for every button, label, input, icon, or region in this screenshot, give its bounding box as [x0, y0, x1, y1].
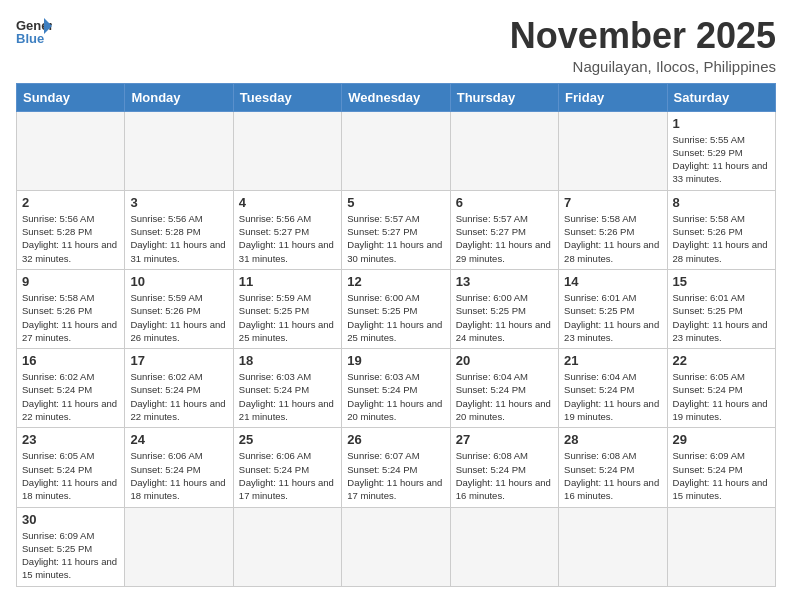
calendar-cell: 5Sunrise: 5:57 AMSunset: 5:27 PMDaylight…	[342, 190, 450, 269]
day-number: 29	[673, 432, 770, 447]
calendar-cell: 1Sunrise: 5:55 AMSunset: 5:29 PMDaylight…	[667, 111, 775, 190]
svg-text:Blue: Blue	[16, 31, 44, 46]
day-info: Sunrise: 6:04 AMSunset: 5:24 PMDaylight:…	[564, 370, 661, 423]
day-number: 16	[22, 353, 119, 368]
calendar-cell	[450, 507, 558, 586]
calendar: SundayMondayTuesdayWednesdayThursdayFrid…	[16, 83, 776, 587]
day-info: Sunrise: 5:58 AMSunset: 5:26 PMDaylight:…	[564, 212, 661, 265]
week-row-3: 16Sunrise: 6:02 AMSunset: 5:24 PMDayligh…	[17, 349, 776, 428]
day-number: 6	[456, 195, 553, 210]
title-section: November 2025 Naguilayan, Ilocos, Philip…	[510, 16, 776, 75]
day-info: Sunrise: 5:56 AMSunset: 5:28 PMDaylight:…	[130, 212, 227, 265]
day-number: 7	[564, 195, 661, 210]
weekday-header-thursday: Thursday	[450, 83, 558, 111]
day-number: 20	[456, 353, 553, 368]
weekday-header-row: SundayMondayTuesdayWednesdayThursdayFrid…	[17, 83, 776, 111]
day-number: 1	[673, 116, 770, 131]
calendar-cell: 11Sunrise: 5:59 AMSunset: 5:25 PMDayligh…	[233, 269, 341, 348]
calendar-cell: 13Sunrise: 6:00 AMSunset: 5:25 PMDayligh…	[450, 269, 558, 348]
day-number: 17	[130, 353, 227, 368]
day-info: Sunrise: 6:08 AMSunset: 5:24 PMDaylight:…	[564, 449, 661, 502]
calendar-cell: 2Sunrise: 5:56 AMSunset: 5:28 PMDaylight…	[17, 190, 125, 269]
day-number: 24	[130, 432, 227, 447]
calendar-cell	[559, 111, 667, 190]
weekday-header-wednesday: Wednesday	[342, 83, 450, 111]
week-row-2: 9Sunrise: 5:58 AMSunset: 5:26 PMDaylight…	[17, 269, 776, 348]
weekday-header-saturday: Saturday	[667, 83, 775, 111]
calendar-cell: 9Sunrise: 5:58 AMSunset: 5:26 PMDaylight…	[17, 269, 125, 348]
calendar-cell: 6Sunrise: 5:57 AMSunset: 5:27 PMDaylight…	[450, 190, 558, 269]
day-info: Sunrise: 5:59 AMSunset: 5:26 PMDaylight:…	[130, 291, 227, 344]
calendar-cell	[559, 507, 667, 586]
day-number: 5	[347, 195, 444, 210]
day-info: Sunrise: 6:06 AMSunset: 5:24 PMDaylight:…	[130, 449, 227, 502]
day-number: 11	[239, 274, 336, 289]
calendar-cell	[125, 111, 233, 190]
day-number: 19	[347, 353, 444, 368]
day-number: 23	[22, 432, 119, 447]
calendar-cell: 22Sunrise: 6:05 AMSunset: 5:24 PMDayligh…	[667, 349, 775, 428]
day-info: Sunrise: 6:02 AMSunset: 5:24 PMDaylight:…	[130, 370, 227, 423]
calendar-cell	[342, 507, 450, 586]
day-info: Sunrise: 6:05 AMSunset: 5:24 PMDaylight:…	[22, 449, 119, 502]
day-number: 13	[456, 274, 553, 289]
calendar-cell: 23Sunrise: 6:05 AMSunset: 5:24 PMDayligh…	[17, 428, 125, 507]
calendar-cell: 25Sunrise: 6:06 AMSunset: 5:24 PMDayligh…	[233, 428, 341, 507]
day-info: Sunrise: 5:56 AMSunset: 5:27 PMDaylight:…	[239, 212, 336, 265]
calendar-cell: 16Sunrise: 6:02 AMSunset: 5:24 PMDayligh…	[17, 349, 125, 428]
calendar-cell: 30Sunrise: 6:09 AMSunset: 5:25 PMDayligh…	[17, 507, 125, 586]
day-number: 14	[564, 274, 661, 289]
calendar-cell	[233, 111, 341, 190]
day-info: Sunrise: 6:06 AMSunset: 5:24 PMDaylight:…	[239, 449, 336, 502]
calendar-cell	[125, 507, 233, 586]
day-number: 30	[22, 512, 119, 527]
day-info: Sunrise: 6:01 AMSunset: 5:25 PMDaylight:…	[564, 291, 661, 344]
day-info: Sunrise: 6:05 AMSunset: 5:24 PMDaylight:…	[673, 370, 770, 423]
day-number: 27	[456, 432, 553, 447]
day-info: Sunrise: 5:57 AMSunset: 5:27 PMDaylight:…	[347, 212, 444, 265]
calendar-cell	[233, 507, 341, 586]
day-info: Sunrise: 6:04 AMSunset: 5:24 PMDaylight:…	[456, 370, 553, 423]
day-number: 10	[130, 274, 227, 289]
calendar-cell	[17, 111, 125, 190]
calendar-cell: 24Sunrise: 6:06 AMSunset: 5:24 PMDayligh…	[125, 428, 233, 507]
day-number: 15	[673, 274, 770, 289]
day-number: 28	[564, 432, 661, 447]
weekday-header-tuesday: Tuesday	[233, 83, 341, 111]
day-number: 12	[347, 274, 444, 289]
day-number: 26	[347, 432, 444, 447]
calendar-cell	[667, 507, 775, 586]
calendar-cell: 12Sunrise: 6:00 AMSunset: 5:25 PMDayligh…	[342, 269, 450, 348]
calendar-cell: 19Sunrise: 6:03 AMSunset: 5:24 PMDayligh…	[342, 349, 450, 428]
calendar-cell: 14Sunrise: 6:01 AMSunset: 5:25 PMDayligh…	[559, 269, 667, 348]
calendar-cell: 27Sunrise: 6:08 AMSunset: 5:24 PMDayligh…	[450, 428, 558, 507]
calendar-cell: 21Sunrise: 6:04 AMSunset: 5:24 PMDayligh…	[559, 349, 667, 428]
calendar-cell: 4Sunrise: 5:56 AMSunset: 5:27 PMDaylight…	[233, 190, 341, 269]
calendar-cell: 10Sunrise: 5:59 AMSunset: 5:26 PMDayligh…	[125, 269, 233, 348]
logo-icon: General Blue	[16, 16, 52, 46]
calendar-cell: 26Sunrise: 6:07 AMSunset: 5:24 PMDayligh…	[342, 428, 450, 507]
calendar-cell: 15Sunrise: 6:01 AMSunset: 5:25 PMDayligh…	[667, 269, 775, 348]
day-number: 4	[239, 195, 336, 210]
week-row-1: 2Sunrise: 5:56 AMSunset: 5:28 PMDaylight…	[17, 190, 776, 269]
day-number: 18	[239, 353, 336, 368]
weekday-header-friday: Friday	[559, 83, 667, 111]
day-info: Sunrise: 6:07 AMSunset: 5:24 PMDaylight:…	[347, 449, 444, 502]
day-info: Sunrise: 6:01 AMSunset: 5:25 PMDaylight:…	[673, 291, 770, 344]
calendar-cell	[342, 111, 450, 190]
day-info: Sunrise: 5:59 AMSunset: 5:25 PMDaylight:…	[239, 291, 336, 344]
calendar-cell: 3Sunrise: 5:56 AMSunset: 5:28 PMDaylight…	[125, 190, 233, 269]
week-row-0: 1Sunrise: 5:55 AMSunset: 5:29 PMDaylight…	[17, 111, 776, 190]
day-info: Sunrise: 6:00 AMSunset: 5:25 PMDaylight:…	[456, 291, 553, 344]
weekday-header-sunday: Sunday	[17, 83, 125, 111]
calendar-cell: 20Sunrise: 6:04 AMSunset: 5:24 PMDayligh…	[450, 349, 558, 428]
day-number: 8	[673, 195, 770, 210]
day-number: 2	[22, 195, 119, 210]
day-number: 25	[239, 432, 336, 447]
day-info: Sunrise: 6:09 AMSunset: 5:25 PMDaylight:…	[22, 529, 119, 582]
logo: General Blue	[16, 16, 52, 46]
day-info: Sunrise: 5:58 AMSunset: 5:26 PMDaylight:…	[673, 212, 770, 265]
week-row-5: 30Sunrise: 6:09 AMSunset: 5:25 PMDayligh…	[17, 507, 776, 586]
day-info: Sunrise: 6:03 AMSunset: 5:24 PMDaylight:…	[347, 370, 444, 423]
day-info: Sunrise: 6:00 AMSunset: 5:25 PMDaylight:…	[347, 291, 444, 344]
